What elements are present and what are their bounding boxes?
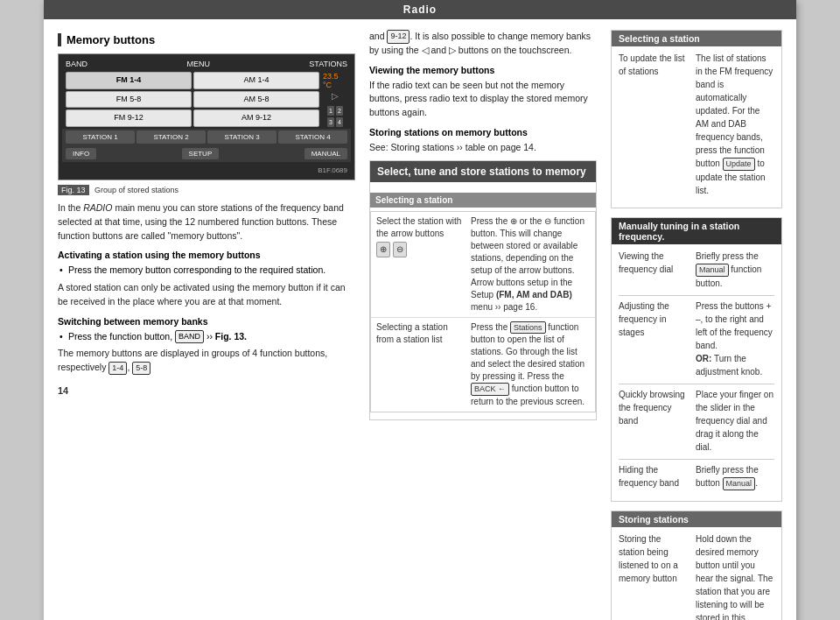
storing-row-1-right: Hold down the desired memory button unti… xyxy=(696,532,774,620)
manually-row-3-left: Quickly browsing the frequency band xyxy=(619,388,689,454)
manually-row-1-right: Briefly press the Manual function button… xyxy=(696,250,774,290)
radio-bottom-bar: INFO SETUP MANUAL xyxy=(62,145,351,162)
station-btn-3[interactable]: STATION 3 xyxy=(207,130,276,144)
manually-row-4: Hiding the frequency band Briefly press … xyxy=(619,463,774,490)
number-btn-3[interactable]: 3 xyxy=(327,117,334,127)
stations-badge: Stations xyxy=(510,321,546,335)
heading-viewing: Viewing the memory buttons xyxy=(369,65,597,75)
right-section-storing: Storing stations Storing the station bei… xyxy=(611,511,782,620)
table-row-1-left: Select the station with the arrow button… xyxy=(376,215,464,314)
fig-caption: Fig. 13 Group of stored stations xyxy=(58,186,355,194)
manually-row-2-left: Adjusting the frequency in stages xyxy=(619,299,689,378)
manually-row-1-left: Viewing the frequency dial xyxy=(619,250,689,290)
divider-1 xyxy=(619,295,774,296)
viewing-para: If the radio text can be seen but not th… xyxy=(369,79,597,120)
page-header: Radio xyxy=(44,0,796,19)
back-badge: BACK ← xyxy=(471,383,509,396)
radio-button-grid: FM 1-4 AM 1-4 FM 5-8 AM 5-8 FM 9-12 AM 9… xyxy=(66,72,319,127)
right-section-manually: Manually tuning in a station frequency. … xyxy=(611,217,782,502)
section-title-memory: Memory buttons xyxy=(58,33,355,46)
radio-stations-row: STATION 1 STATION 2 STATION 3 STATION 4 xyxy=(62,129,351,145)
select-section-header: Select, tune and store stations to memor… xyxy=(370,161,596,182)
right-row-1-right: The list of stations in the FM frequency… xyxy=(696,52,774,197)
select-section-title: Select, tune and store stations to memor… xyxy=(377,166,586,178)
fig-text: Group of stored stations xyxy=(94,186,178,194)
manually-row-1: Viewing the frequency dial Briefly press… xyxy=(619,250,774,290)
manually-row-2-right: Press the buttons + –, to the right and … xyxy=(696,299,774,378)
arrow-btn-right: ⊖ xyxy=(393,242,407,257)
arrow-right-symbol: ▷ xyxy=(332,91,339,101)
arrow-btn-left: ⊕ xyxy=(376,242,390,257)
radio-key-am912[interactable]: AM 9-12 xyxy=(193,109,319,127)
left-column: Memory buttons BAND MENU STATIONS FM 1-4… xyxy=(58,30,355,620)
number-btn-1[interactable]: 1 xyxy=(327,106,334,116)
table-row-2: Selecting a station from a station list … xyxy=(371,318,595,412)
number-btn-2[interactable]: 2 xyxy=(336,106,343,116)
manual-btn[interactable]: MANUAL xyxy=(304,148,347,159)
menu-label: MENU xyxy=(186,60,210,68)
selecting-box-header: Selecting a station xyxy=(612,31,781,46)
divider-2 xyxy=(619,384,774,384)
fig-label: Fig. 13 xyxy=(58,185,89,195)
page-number: 14 xyxy=(58,385,355,396)
bullet-1: Press the memory button corresponding to… xyxy=(58,264,355,278)
storing-box-content: Storing the station being listened to on… xyxy=(612,527,781,620)
setup-btn[interactable]: SETUP xyxy=(182,148,220,159)
manually-row-3: Quickly browsing the frequency band Plac… xyxy=(619,388,774,454)
radio-top-bar: BAND MENU STATIONS xyxy=(62,58,351,70)
right-row-1-left: To update the list of stations xyxy=(619,52,689,197)
manually-row-3-right: Place your finger on the slider in the f… xyxy=(696,388,774,454)
number-btn-4[interactable]: 4 xyxy=(336,117,343,127)
radio-key-am14[interactable]: AM 1-4 xyxy=(193,72,319,89)
select-sub-header: Selecting a station xyxy=(370,193,596,208)
right-column: Selecting a station To update the list o… xyxy=(611,30,782,620)
manually-row-4-left: Hiding the frequency band xyxy=(619,463,689,490)
station-btn-1[interactable]: STATION 1 xyxy=(66,130,135,144)
manually-row-4-right: Briefly press the button Manual. xyxy=(696,463,774,490)
body-text-2: A stored station can only be activated u… xyxy=(58,281,355,309)
heading-switching: Switching between memory banks xyxy=(58,316,355,327)
radio-key-fm14[interactable]: FM 1-4 xyxy=(66,72,192,89)
body-text-1: In the RADIO main menu you can store sta… xyxy=(58,201,355,243)
storing-box-header: Storing stations xyxy=(612,511,781,527)
band-label: BAND xyxy=(66,60,88,68)
divider-3 xyxy=(619,459,774,460)
badge-912: 9-12 xyxy=(387,30,410,44)
radio-key-am58[interactable]: AM 5-8 xyxy=(193,91,319,109)
body-text-3: The memory buttons are displayed in grou… xyxy=(58,347,355,375)
manual-badge-2: Manual xyxy=(723,477,756,491)
table-row-2-left: Selecting a station from a station list xyxy=(376,321,464,408)
badge-14: 1-4 xyxy=(108,362,127,376)
figure-code: B1F.0689 xyxy=(318,166,347,174)
temp-display: 23.5 °C xyxy=(323,72,347,89)
heading-storing: Storing stations on memory buttons xyxy=(369,127,597,137)
radio-key-fm58[interactable]: FM 5-8 xyxy=(66,91,192,109)
manually-box-header: Manually tuning in a station frequency. xyxy=(612,218,781,244)
update-badge: Update xyxy=(723,158,755,172)
header-title: Radio xyxy=(403,4,437,16)
storing-row-1: Storing the station being listened to on… xyxy=(619,532,774,620)
info-btn[interactable]: INFO xyxy=(66,148,96,159)
storing-box: Storing stations Storing the station bei… xyxy=(611,511,782,620)
manually-box-content: Viewing the frequency dial Briefly press… xyxy=(612,244,781,501)
middle-column: and 9-12. It is also possible to change … xyxy=(369,30,597,620)
radio-right-panel: 23.5 °C ▷ 1 2 3 4 xyxy=(323,72,347,127)
station-btn-4[interactable]: STATION 4 xyxy=(278,130,347,144)
manually-box: Manually tuning in a station frequency. … xyxy=(611,217,782,502)
storing-row-1-left: Storing the station being listened to on… xyxy=(619,532,689,620)
table-row-1-right: Press the ⊕ or the ⊖ function button. Th… xyxy=(471,215,590,314)
badge-58: 5-8 xyxy=(132,362,150,376)
station-btn-2[interactable]: STATION 2 xyxy=(136,130,206,144)
radio-key-fm912[interactable]: FM 9-12 xyxy=(66,109,192,127)
heading-activating: Activating a station using the memory bu… xyxy=(58,250,355,260)
manually-row-2: Adjusting the frequency in stages Press … xyxy=(619,299,774,378)
middle-top-para: and 9-12. It is also possible to change … xyxy=(369,30,597,58)
right-row-1: To update the list of stations The list … xyxy=(619,52,774,197)
storing-para: See: Storing stations ›› table on page 1… xyxy=(369,141,597,155)
selecting-box: Selecting a station To update the list o… xyxy=(611,30,782,208)
stations-label: STATIONS xyxy=(309,60,347,68)
table-row-1: Select the station with the arrow button… xyxy=(371,212,595,318)
select-section-box: Select, tune and store stations to memor… xyxy=(369,160,597,420)
manual-badge-1: Manual xyxy=(696,264,729,278)
band-badge: BAND xyxy=(175,330,204,344)
